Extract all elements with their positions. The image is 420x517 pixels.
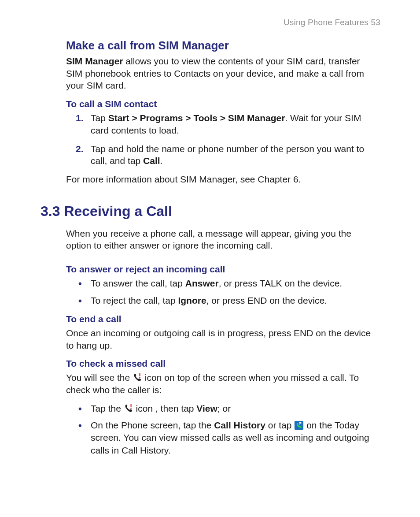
page-content: Make a call from SIM Manager SIM Manager… <box>66 39 378 457</box>
svg-point-3 <box>130 407 132 409</box>
missed-call-icon <box>133 372 142 382</box>
svg-point-1 <box>139 377 140 378</box>
receiving-call-intro: When you receive a phone call, a message… <box>66 227 378 252</box>
step-2: 2. Tap and hold the name or phone number… <box>91 143 378 167</box>
subheading-end-call: To end a call <box>66 314 378 324</box>
bold-ignore: Ignore <box>178 295 206 305</box>
bullet-call-history: On the Phone screen, tap the Call Histor… <box>91 419 378 457</box>
text: To answer the call, tap <box>91 278 185 288</box>
steps-call-sim-contact: 1. Tap Start > Programs > Tools > SIM Ma… <box>66 112 378 167</box>
text: . <box>160 156 163 166</box>
section-heading-receiving-call: 3.3 Receiving a Call <box>41 203 378 219</box>
subheading-call-sim-contact: To call a SIM contact <box>66 99 378 109</box>
bullet-reject: To reject the call, tap Ignore, or press… <box>91 294 378 307</box>
text: ; or <box>217 403 231 413</box>
bullet-tap-icon: Tap the icon , then tap View; or <box>91 402 378 415</box>
bold-answer: Answer <box>185 278 219 288</box>
missed-call-para: You will see the icon on top of the scre… <box>66 372 378 396</box>
svg-rect-4 <box>295 421 303 430</box>
end-call-para: Once an incoming or outgoing call is in … <box>66 327 378 351</box>
bold-call-history: Call History <box>214 420 265 430</box>
answer-reject-list: To answer the call, tap Answer, or press… <box>66 277 378 307</box>
missed-call-icon <box>124 403 133 413</box>
text: Tap and hold the name or phone number of… <box>91 144 364 166</box>
manual-page: Using Phone Features 53 Make a call from… <box>0 0 420 517</box>
step-number: 2. <box>76 143 84 155</box>
text: To reject the call, tap <box>91 295 178 305</box>
text: On the Phone screen, tap the <box>91 420 214 430</box>
text: Tap the <box>91 403 124 413</box>
text: Tap <box>91 113 108 123</box>
call-history-icon <box>294 420 304 430</box>
subheading-missed-call: To check a missed call <box>66 358 378 369</box>
bullet-answer: To answer the call, tap Answer, or press… <box>91 277 378 290</box>
missed-call-list: Tap the icon , then tap View; or On the … <box>66 402 378 457</box>
section-heading-sim-manager: Make a call from SIM Manager <box>66 39 378 52</box>
svg-rect-2 <box>130 404 131 407</box>
subheading-answer-reject: To answer or reject an incoming call <box>66 264 378 275</box>
text: icon , then tap <box>136 403 197 413</box>
step-number: 1. <box>76 112 84 124</box>
running-header: Using Phone Features 53 <box>284 18 380 27</box>
bold-sim-manager: SIM Manager <box>66 56 123 66</box>
text: , or press END on the device. <box>206 295 327 305</box>
text: You will see the <box>66 372 133 383</box>
step-1: 1. Tap Start > Programs > Tools > SIM Ma… <box>91 112 378 136</box>
text: , or press TALK on the device. <box>219 278 343 288</box>
bold-view: View <box>196 403 217 413</box>
text: or tap <box>265 420 294 430</box>
bold-path: Start > Programs > Tools > SIM Manager <box>108 113 285 123</box>
sim-manager-intro: SIM Manager allows you to view the conte… <box>66 55 378 92</box>
sim-manager-footer: For more information about SIM Manager, … <box>66 173 378 186</box>
svg-rect-0 <box>140 373 140 376</box>
bold-call: Call <box>143 156 160 166</box>
